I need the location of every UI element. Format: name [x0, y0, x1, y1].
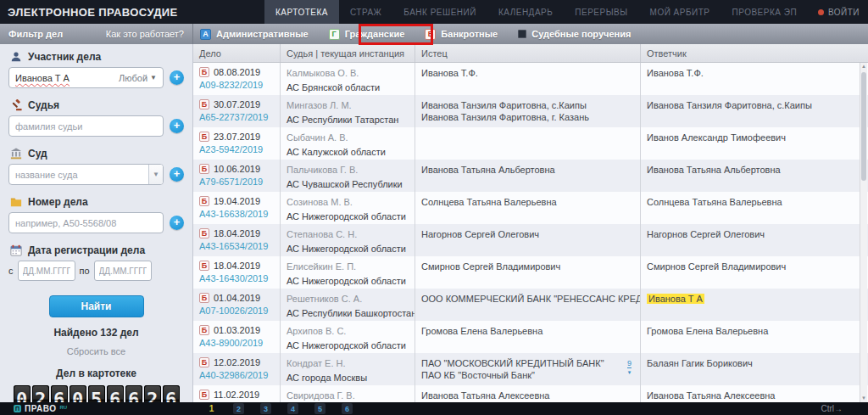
nav-tab-перерывы[interactable]: ПЕРЕРЫВЫ: [564, 0, 638, 24]
court-input[interactable]: [15, 170, 157, 180]
page-button-4[interactable]: 4: [287, 403, 298, 414]
case-cell: Б30.07.2019А65-22737/2019: [193, 95, 281, 127]
case-number-input[interactable]: [15, 218, 157, 228]
judge-input[interactable]: [15, 121, 157, 132]
court-dropdown-arrow-icon[interactable]: ▼: [148, 165, 163, 184]
category-tab-административные[interactable]: ААдминистративные: [200, 29, 309, 40]
date-to-input[interactable]: [94, 261, 152, 281]
case-number-link[interactable]: А23-5942/2019: [199, 144, 274, 154]
court-name: АС Нижегородской области: [287, 275, 409, 287]
nav-tab-календарь[interactable]: КАЛЕНДАРЬ: [487, 0, 564, 24]
filter-title: Фильтр дел: [8, 29, 63, 39]
date-from-input[interactable]: [18, 261, 75, 281]
table-body: Б08.08.2019А09-8232/2019Калмыкова О. В.А…: [193, 63, 868, 402]
category-label: Административные: [216, 29, 309, 39]
case-number-link[interactable]: А07-10026/2019: [199, 306, 274, 316]
footer-bar: П ПРАВО RU 123456 Ctrl→: [0, 402, 868, 415]
case-number-link[interactable]: А43-16638/2019: [199, 209, 274, 219]
case-number-link[interactable]: А40-32986/2019: [199, 370, 274, 380]
judge-name: Архипов В. С.: [287, 325, 409, 337]
pravo-ru-logo[interactable]: П ПРАВО RU: [14, 404, 67, 413]
category-tab-гражданские[interactable]: ГГражданские: [329, 29, 405, 40]
judge-name: Кондрат Е. Н.: [287, 357, 409, 369]
table-row[interactable]: Б08.08.2019А09-8232/2019Калмыкова О. В.А…: [193, 63, 868, 95]
table-row[interactable]: Б19.04.2019А43-16638/2019Созинова М. В.А…: [193, 192, 868, 224]
participant-role-dropdown[interactable]: Любой ▼: [119, 68, 157, 87]
case-type-b-icon: Б: [425, 29, 436, 40]
defendant-cell: Иванова Т.Ф.: [641, 63, 868, 95]
nav-tab-проверка-эп[interactable]: ПРОВЕРКА ЭП: [721, 0, 809, 24]
table-header-row: ДелоСудья | текущая инстанцияИстецОтветч…: [193, 44, 868, 63]
table-row[interactable]: Б18.04.2019А43-16534/2019Степанова С. Н.…: [193, 224, 868, 256]
reset-all-link[interactable]: Сбросить все: [0, 346, 192, 356]
table-row[interactable]: Б18.04.2019А43-16430/2019Елисейкин Е. П.…: [193, 256, 868, 289]
court-name: АС Брянской области: [287, 81, 409, 93]
case-number-filter-group: Номер дела +: [8, 196, 184, 233]
table-row[interactable]: Б11.02.2019А45-4130/2019Свиридова Г. В.А…: [193, 385, 868, 402]
court-combobox[interactable]: ▼: [8, 164, 164, 185]
nav-tab-картотека[interactable]: КАРТОТЕКА: [264, 0, 339, 24]
add-case-number-button[interactable]: +: [170, 216, 184, 230]
page-button-3[interactable]: 3: [260, 403, 271, 414]
page-button-2[interactable]: 2: [233, 403, 244, 414]
nav-tab-банк-решений[interactable]: БАНК РЕШЕНИЙ: [392, 0, 487, 24]
plaintiff-cell: ПАО "МОСКОВСКИЙ КРЕДИТНЫЙ БАНК"ПАО КБ "В…: [415, 353, 641, 385]
case-cell: Б12.02.2019А40-32986/2019: [193, 353, 281, 385]
scroll-up-icon[interactable]: ▲: [860, 63, 867, 70]
case-number-label-row: Номер дела: [10, 196, 184, 208]
case-date-row: Б01.04.2019: [199, 293, 274, 303]
add-participant-button[interactable]: +: [170, 70, 184, 85]
category-label: Гражданские: [345, 29, 405, 39]
plaintiff-name: Смирнов Сергей Владимирович: [421, 261, 634, 272]
page-button-1[interactable]: 1: [206, 403, 217, 414]
case-number-link[interactable]: А43-16534/2019: [199, 241, 274, 251]
scroll-down-icon[interactable]: ▼: [860, 395, 867, 402]
judge-name: Калмыкова О. В.: [287, 67, 409, 79]
defendant-name: Иванова Танзиля Фаритовна, с.Каипы: [647, 99, 862, 111]
case-number-link[interactable]: А43-16430/2019: [199, 273, 274, 283]
add-judge-button[interactable]: +: [170, 119, 184, 133]
plaintiff-name: Солнцева Татьяна Валерьевна: [421, 196, 634, 208]
category-tab-банкротные[interactable]: ББанкротные: [425, 29, 498, 40]
column-header-2: Истец: [415, 44, 641, 62]
defendant-cell: Нагорнов Сергей Олегович: [641, 224, 868, 256]
page-button-6[interactable]: 6: [342, 403, 353, 414]
person-icon: [10, 51, 22, 63]
participant-role-value: Любой: [119, 73, 147, 83]
page-button-5[interactable]: 5: [314, 403, 326, 414]
more-parties-badge[interactable]: 9▾: [627, 361, 632, 375]
pravo-logo-text: ПРАВО: [25, 404, 56, 413]
add-court-button[interactable]: +: [170, 167, 184, 182]
table-row[interactable]: Б23.07.2019А23-5942/2019Сыбачин А. В.АС …: [193, 127, 868, 160]
scrollbar-thumb[interactable]: [861, 72, 866, 181]
table-row[interactable]: Б10.06.2019А79-6571/2019Пальчикова Г. В.…: [193, 160, 868, 192]
nav-tab-мой-арбитр[interactable]: МОЙ АРБИТР: [639, 0, 721, 24]
case-date: 23.07.2019: [214, 132, 260, 142]
case-number-link[interactable]: А65-22737/2019: [199, 112, 274, 122]
vertical-scrollbar[interactable]: ▲ ▼: [860, 63, 867, 402]
participant-label: Участник дела: [28, 51, 101, 63]
login-button[interactable]: ВОЙТИ: [818, 0, 860, 24]
nav-tab-страж[interactable]: СТРАЖ: [339, 0, 392, 24]
judge-label: Судья: [28, 99, 59, 111]
search-button[interactable]: Найти: [49, 295, 144, 317]
category-tab-судебные-поручения[interactable]: Судебные поручения: [518, 29, 631, 39]
how-it-works-link[interactable]: Как это работает?: [106, 29, 184, 39]
case-number-link[interactable]: А09-8232/2019: [199, 80, 274, 90]
table-row[interactable]: Б01.04.2019А07-10026/2019Решетников С. А…: [193, 289, 868, 321]
case-number-link[interactable]: А43-8900/2019: [199, 338, 274, 348]
login-label: ВОЙТИ: [828, 8, 860, 17]
case-date: 11.02.2019: [214, 390, 259, 400]
table-row[interactable]: Б01.03.2019А43-8900/2019Архипов В. С.АС …: [193, 321, 868, 353]
case-number-link[interactable]: А79-6571/2019: [199, 177, 274, 187]
reg-date-filter-group: Дата регистрации дела с по: [8, 244, 184, 281]
case-date-row: Б11.02.2019: [199, 390, 274, 400]
table-row[interactable]: Б30.07.2019А65-22737/2019Мингазов Л. М.А…: [193, 95, 868, 127]
defendant-name: Солнцева Татьяна Валерьевна: [647, 196, 862, 208]
participant-input[interactable]: Иванова Т А Любой ▼: [8, 67, 164, 88]
case-date-row: Б19.04.2019: [199, 196, 274, 206]
plaintiff-cell: Громова Елена Валерьевна: [415, 321, 641, 353]
table-row[interactable]: Б12.02.2019А40-32986/2019Кондрат Е. Н.АС…: [193, 353, 868, 385]
case-date-row: Б18.04.2019: [199, 228, 274, 238]
judge-cell: Кондрат Е. Н.АС города Москвы: [281, 353, 415, 385]
